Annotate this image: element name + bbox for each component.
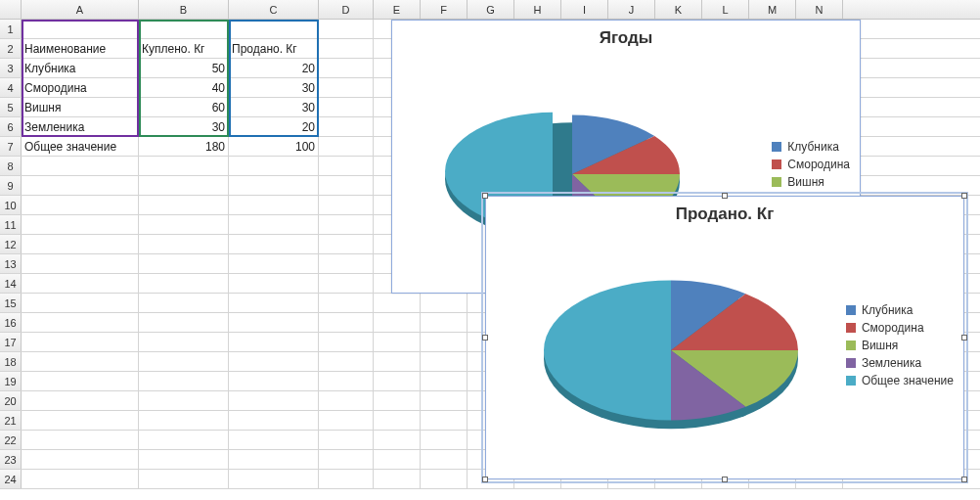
row-header[interactable]: 3: [0, 59, 22, 77]
cell[interactable]: [421, 391, 468, 410]
resize-handle[interactable]: [961, 193, 967, 199]
cell[interactable]: [229, 196, 319, 214]
cell[interactable]: [139, 20, 229, 38]
cell[interactable]: [22, 235, 139, 253]
row-header[interactable]: 13: [0, 254, 22, 273]
cell[interactable]: [229, 254, 319, 273]
col-header-K[interactable]: K: [655, 0, 702, 19]
row-header[interactable]: 5: [0, 98, 22, 116]
cell[interactable]: 20: [229, 117, 319, 136]
cell[interactable]: [319, 470, 374, 488]
cell[interactable]: [139, 254, 229, 273]
cell[interactable]: [374, 294, 421, 312]
row-header[interactable]: 21: [0, 411, 22, 430]
cell[interactable]: [319, 313, 374, 332]
col-header-J[interactable]: J: [608, 0, 655, 19]
row-header[interactable]: 17: [0, 333, 22, 351]
cell[interactable]: [139, 235, 229, 253]
cell[interactable]: [319, 137, 374, 156]
col-header-A[interactable]: A: [22, 0, 139, 19]
resize-handle[interactable]: [482, 335, 488, 341]
cell[interactable]: 20: [229, 59, 319, 77]
cell[interactable]: [319, 215, 374, 234]
row-header[interactable]: 23: [0, 450, 22, 469]
cell[interactable]: [319, 450, 374, 469]
cell[interactable]: 180: [139, 137, 229, 156]
cell[interactable]: [229, 450, 319, 469]
cell[interactable]: [319, 352, 374, 371]
row-header[interactable]: 22: [0, 431, 22, 449]
cell[interactable]: [229, 470, 319, 488]
cell[interactable]: [229, 372, 319, 390]
cell[interactable]: [319, 39, 374, 58]
cell[interactable]: [22, 352, 139, 371]
cell[interactable]: [22, 215, 139, 234]
cell[interactable]: [319, 196, 374, 214]
row-header[interactable]: 8: [0, 157, 22, 175]
col-header-F[interactable]: F: [421, 0, 468, 19]
cell[interactable]: [374, 431, 421, 449]
cell[interactable]: 40: [139, 78, 229, 97]
select-all-corner[interactable]: [0, 0, 22, 19]
resize-handle[interactable]: [961, 477, 967, 482]
cell[interactable]: [139, 196, 229, 214]
cell[interactable]: [319, 117, 374, 136]
cell[interactable]: [139, 352, 229, 371]
cell[interactable]: [139, 431, 229, 449]
cell[interactable]: [421, 333, 468, 351]
cell[interactable]: 30: [229, 78, 319, 97]
cell[interactable]: [319, 333, 374, 351]
cell[interactable]: 30: [229, 98, 319, 116]
col-header-M[interactable]: M: [749, 0, 796, 19]
cell[interactable]: [22, 411, 139, 430]
cell[interactable]: [229, 176, 319, 195]
cell[interactable]: [22, 333, 139, 351]
cell[interactable]: [319, 372, 374, 390]
cell[interactable]: [229, 333, 319, 351]
cell[interactable]: [374, 470, 421, 488]
cell[interactable]: [229, 391, 319, 410]
row-header[interactable]: 14: [0, 274, 22, 293]
row-header[interactable]: 1: [0, 20, 22, 38]
cell[interactable]: Вишня: [22, 98, 139, 116]
cell[interactable]: [319, 274, 374, 293]
cell[interactable]: [421, 352, 468, 371]
cell[interactable]: [22, 157, 139, 175]
cell[interactable]: [139, 274, 229, 293]
col-header-H[interactable]: H: [514, 0, 561, 19]
cell[interactable]: [421, 294, 468, 312]
cell[interactable]: 50: [139, 59, 229, 77]
cell[interactable]: [319, 176, 374, 195]
cell[interactable]: [229, 313, 319, 332]
col-header-I[interactable]: I: [561, 0, 608, 19]
cell[interactable]: [22, 254, 139, 273]
chart-sold[interactable]: Продано. Кг: [485, 196, 964, 479]
cell[interactable]: [229, 274, 319, 293]
cell[interactable]: [22, 450, 139, 469]
row-header[interactable]: 9: [0, 176, 22, 195]
cell[interactable]: [319, 411, 374, 430]
cell[interactable]: [22, 294, 139, 312]
resize-handle[interactable]: [482, 193, 488, 199]
cell[interactable]: Куплено. Кг: [139, 39, 229, 58]
cell[interactable]: [421, 450, 468, 469]
resize-handle[interactable]: [722, 193, 728, 199]
cell[interactable]: [229, 20, 319, 38]
cell[interactable]: Земленика: [22, 117, 139, 136]
cell[interactable]: 60: [139, 98, 229, 116]
row-header[interactable]: 10: [0, 196, 22, 214]
cell[interactable]: [374, 313, 421, 332]
cell[interactable]: [319, 59, 374, 77]
row-header[interactable]: 15: [0, 294, 22, 312]
cell[interactable]: [421, 372, 468, 390]
cell[interactable]: [139, 470, 229, 488]
cell[interactable]: [22, 372, 139, 390]
col-header-C[interactable]: C: [229, 0, 319, 19]
cell[interactable]: [229, 352, 319, 371]
row-header[interactable]: 11: [0, 215, 22, 234]
cell[interactable]: [229, 157, 319, 175]
cell[interactable]: [319, 157, 374, 175]
cell[interactable]: [22, 196, 139, 214]
row-header[interactable]: 4: [0, 78, 22, 97]
cell[interactable]: [22, 20, 139, 38]
